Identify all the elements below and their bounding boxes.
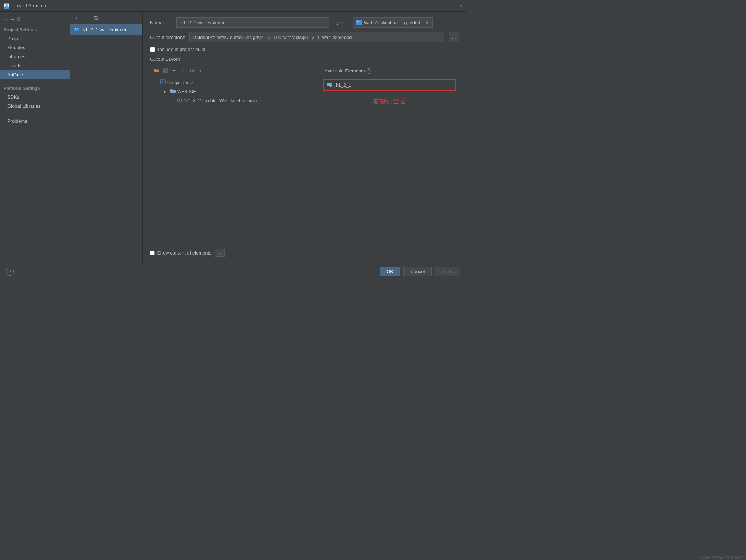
copy-arrow-icon[interactable]: ⧉ (17, 16, 20, 22)
type-dropdown[interactable]: Web Application: Exploded ▼ (353, 17, 433, 28)
include-build-row: Include in project build (150, 47, 459, 52)
sidebar: ← → ⧉ Project Settings Project Modules L… (0, 12, 70, 263)
layout-file-btn[interactable] (161, 67, 169, 75)
module-icon (177, 97, 182, 104)
output-dir-label: Output directory: (150, 35, 185, 40)
tree-item-module[interactable]: 'jk1_2_1' module: 'Web' facet resources (150, 96, 320, 105)
project-settings-header: Project Settings (0, 25, 70, 34)
annotation-text: 右键点击它 (323, 91, 456, 111)
sidebar-item-problems[interactable]: Problems (0, 117, 70, 126)
layout-add-btn[interactable]: + (170, 67, 178, 75)
available-elements-label: Available Elements (325, 68, 365, 74)
include-build-label[interactable]: Include in project build (158, 47, 205, 52)
svg-text:M: M (330, 85, 332, 87)
title-bar: PS Project Structure × (0, 0, 466, 12)
layout-remove-btn[interactable]: − (179, 67, 187, 75)
svg-rect-3 (77, 29, 78, 29)
layout-panels: + − ↕ 12 ↑ ↓ (150, 65, 459, 241)
available-item-icon: M (327, 82, 333, 88)
artifact-icon (74, 27, 79, 32)
platform-settings-header: Platform Settings (0, 84, 70, 92)
type-dropdown-icon (356, 20, 362, 25)
output-layout-section: Output Layout (150, 56, 459, 241)
dropdown-arrow-icon: ▼ (425, 20, 429, 25)
tree-item-output-root[interactable]: ⚙ <output root> (150, 78, 320, 87)
type-label: Type: (334, 20, 348, 25)
sidebar-item-sdks[interactable]: SDKs (0, 92, 70, 102)
layout-down-btn[interactable]: ↓ (205, 67, 213, 75)
svg-text:↕: ↕ (189, 68, 192, 73)
close-icon[interactable]: × (459, 3, 463, 9)
layout-folder-btn[interactable] (153, 67, 161, 75)
back-arrow[interactable]: ← (4, 16, 9, 22)
sidebar-item-global-libraries[interactable]: Global Libraries (0, 102, 70, 111)
include-build-checkbox[interactable] (150, 47, 155, 52)
copy-artifact-button[interactable]: ⧉ (92, 14, 100, 22)
footer-help-icon[interactable]: ? (6, 268, 14, 276)
svg-rect-4 (75, 30, 78, 30)
webinf-label: WEB-INF (177, 89, 196, 94)
layout-sort-btn[interactable]: ↕ 12 (188, 67, 196, 75)
output-root-label: <output root> (167, 80, 193, 85)
layout-up-btn[interactable]: ↑ (196, 67, 204, 75)
svg-text:⚙: ⚙ (161, 80, 164, 84)
layout-toolbar: + − ↕ 12 ↑ ↓ (150, 65, 320, 76)
browse-button[interactable]: … (449, 32, 459, 42)
remove-artifact-button[interactable]: − (82, 14, 90, 22)
svg-point-14 (179, 99, 180, 101)
bottom-row: Show content of elements ... (150, 246, 459, 257)
right-panel: Name: Type: Web Application: Exploded ▼ … (143, 12, 466, 263)
left-layout: + − ↕ 12 ↑ ↓ (150, 65, 320, 241)
layout-tree: ⚙ <output root> ▶ (150, 76, 320, 241)
output-root-icon: ⚙ (160, 79, 166, 86)
available-content: M jk1_2_1 右键点击它 (320, 76, 459, 241)
main-content: ← → ⧉ Project Settings Project Modules L… (0, 12, 466, 263)
sidebar-item-artifacts[interactable]: Artifacts (0, 70, 70, 79)
artifact-name: jk1_2_1:war exploded (82, 27, 127, 32)
show-content-checkbox-row: Show content of elements (150, 250, 212, 256)
ok-button[interactable]: OK (380, 267, 400, 276)
show-content-checkbox[interactable] (150, 251, 155, 255)
artifact-list-panel: + − ⧉ jk1_2_1:war exploded (70, 12, 143, 263)
svg-rect-1 (75, 28, 76, 29)
svg-rect-2 (77, 28, 78, 29)
right-layout: Available Elements ? M (320, 65, 459, 241)
sidebar-item-libraries[interactable]: Libraries (0, 52, 70, 61)
forward-arrow[interactable]: → (10, 16, 15, 22)
artifact-item-war-exploded[interactable]: jk1_2_1:war exploded (70, 24, 142, 35)
dots-button[interactable]: ... (215, 249, 225, 257)
type-dropdown-value: Web Application: Exploded (364, 20, 420, 25)
sidebar-item-project[interactable]: Project (0, 34, 70, 43)
app-icon: PS (4, 3, 9, 9)
sidebar-item-facets[interactable]: Facets (0, 61, 70, 70)
module-label: 'jk1_2_1' module: 'Web' facet resources (184, 98, 260, 103)
output-dir-row: Output directory: … (150, 32, 459, 42)
name-type-row: Name: Type: Web Application: Exploded ▼ (150, 17, 459, 28)
cancel-button[interactable]: Cancel (403, 267, 432, 276)
apply-button[interactable]: Apply (435, 267, 460, 276)
svg-text:12: 12 (192, 70, 195, 73)
show-content-label[interactable]: Show content of elements (157, 250, 212, 256)
artifact-toolbar: + − ⧉ (70, 12, 142, 24)
nav-back-row: ← → ⧉ (0, 15, 70, 25)
name-input[interactable] (176, 17, 329, 28)
webinf-folder-icon (170, 88, 176, 95)
name-label: Name: (150, 20, 172, 25)
available-item-jk1[interactable]: M jk1_2_1 (323, 79, 456, 91)
output-dir-input[interactable] (189, 32, 444, 42)
add-artifact-button[interactable]: + (73, 14, 81, 22)
available-item-label: jk1_2_1 (335, 82, 352, 88)
svg-rect-0 (74, 28, 79, 31)
tree-item-webinf[interactable]: ▶ WEB-INF (150, 87, 320, 96)
title-bar-left: PS Project Structure (4, 3, 48, 9)
sidebar-item-modules[interactable]: Modules (0, 43, 70, 52)
output-layout-label: Output Layout (150, 56, 459, 62)
dialog-title: Project Structure (12, 3, 48, 8)
available-help-icon[interactable]: ? (366, 68, 371, 74)
webinf-expand-icon: ▶ (164, 90, 169, 94)
dialog-footer: ? OK Cancel Apply (0, 263, 466, 280)
available-elements-header: Available Elements ? (320, 65, 459, 76)
